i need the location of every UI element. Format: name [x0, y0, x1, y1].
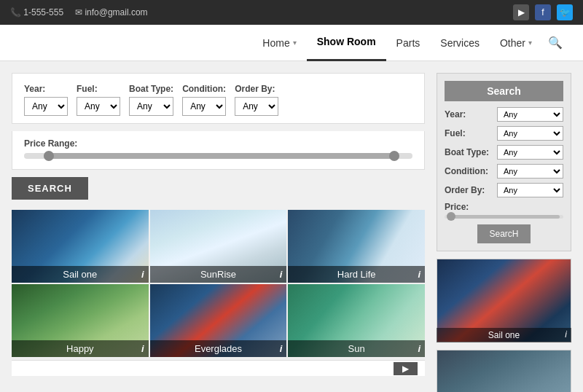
bottom-btn[interactable]: ▶	[394, 362, 418, 375]
social-icons: ▶ f 🐦	[513, 4, 573, 20]
condition-label: Condition:	[182, 84, 226, 94]
facebook-icon[interactable]: f	[535, 4, 551, 20]
fuel-label: Fuel:	[77, 84, 120, 94]
boat-info-icon-1: i	[280, 269, 283, 280]
sidebar-price-label: Price:	[445, 202, 563, 212]
condition-select[interactable]: Any	[182, 97, 226, 116]
sidebar-orderby-select[interactable]: Any	[497, 183, 563, 197]
boat-info-icon-3: i	[141, 343, 144, 354]
price-range-row: Price Range:	[12, 131, 425, 170]
boat-card-2[interactable]: Hard Life i	[288, 210, 425, 283]
nav-bar: Home ▾ Show Room Parts Services Other ▾ …	[0, 25, 583, 61]
top-bar-contact: 📞 1-555-555 ✉ info@gmail.com	[10, 7, 148, 17]
fuel-filter: Fuel: Any	[77, 84, 120, 116]
fuel-select[interactable]: Any	[77, 97, 120, 116]
nav-parts[interactable]: Parts	[386, 25, 431, 61]
boattype-select[interactable]: Any	[129, 97, 173, 116]
sidebar-boat-card-1[interactable]	[437, 350, 571, 392]
sidebar-condition-label: Condition:	[445, 166, 497, 176]
sidebar-search-button[interactable]: SearcH	[477, 224, 530, 243]
search-button[interactable]: SEARCH	[12, 177, 88, 200]
sidebar-fuel-label: Fuel:	[445, 128, 497, 138]
sidebar-boat-image-1	[437, 350, 571, 392]
left-content: Year: Any Fuel: Any Boat Type: Any	[12, 73, 425, 392]
orderby-label: Order By:	[235, 84, 278, 94]
top-bar: 📞 1-555-555 ✉ info@gmail.com ▶ f 🐦	[0, 0, 583, 25]
boat-label-2: Hard Life	[288, 266, 425, 283]
year-filter: Year: Any	[24, 84, 68, 116]
nav-search-icon[interactable]: 🔍	[542, 36, 568, 50]
boat-label-1: SunRise	[150, 266, 287, 283]
youtube-icon[interactable]: ▶	[513, 4, 529, 20]
sidebar-boattype-select[interactable]: Any	[497, 145, 563, 160]
orderby-filter: Order By: Any	[235, 84, 278, 116]
sidebar-price-handle[interactable]	[447, 212, 455, 221]
sidebar-fuel-select[interactable]: Any	[497, 126, 563, 141]
sidebar-search-box: Search Year: Any Fuel: Any Boat Type: An…	[437, 73, 571, 251]
boat-card-4[interactable]: Everglades i	[150, 284, 287, 357]
nav-services[interactable]: Services	[430, 25, 490, 61]
main-container: Year: Any Fuel: Any Boat Type: Any	[0, 61, 583, 392]
twitter-icon[interactable]: 🐦	[557, 4, 573, 20]
year-select[interactable]: Any	[24, 97, 68, 116]
price-slider-handle-right[interactable]	[389, 151, 399, 161]
nav-home[interactable]: Home ▾	[252, 25, 306, 61]
sidebar-boattype-label: Boat Type:	[445, 147, 497, 157]
nav-showroom[interactable]: Show Room	[307, 25, 386, 61]
boat-label-0: Sail one	[12, 266, 149, 283]
condition-filter: Condition: Any	[182, 84, 226, 116]
nav-other[interactable]: Other ▾	[490, 25, 542, 61]
boat-grid: Sail one i SunRise i Hard Life i Happy i	[12, 210, 425, 357]
year-label: Year:	[24, 84, 68, 94]
boat-info-icon-5: i	[418, 343, 420, 354]
right-sidebar: Search Year: Any Fuel: Any Boat Type: An…	[437, 73, 571, 392]
price-slider-fill	[44, 153, 394, 159]
boat-card-5[interactable]: Sun i	[288, 284, 425, 357]
boattype-filter: Boat Type: Any	[129, 84, 173, 116]
boat-card-1[interactable]: SunRise i	[150, 210, 287, 283]
sidebar-orderby-row: Order By: Any	[445, 183, 563, 197]
boat-info-icon-4: i	[280, 343, 283, 354]
boat-card-3[interactable]: Happy i	[12, 284, 149, 357]
sidebar-orderby-label: Order By:	[445, 185, 497, 195]
sidebar-price-slider	[445, 215, 563, 219]
sidebar-boat-info-0: i	[565, 329, 567, 340]
sidebar-year-row: Year: Any	[445, 107, 563, 122]
sidebar-fuel-row: Fuel: Any	[445, 126, 563, 141]
sidebar-price-fill	[448, 215, 560, 219]
phone-number: 📞 1-555-555	[10, 7, 63, 17]
filter-fields: Year: Any Fuel: Any Boat Type: Any	[24, 84, 412, 116]
boat-label-5: Sun	[288, 340, 425, 357]
sidebar-boat-label-0: Sail one	[437, 328, 571, 342]
email-address: ✉ info@gmail.com	[75, 7, 148, 17]
nav-items: Home ▾ Show Room Parts Services Other ▾ …	[252, 25, 568, 61]
sidebar-boattype-row: Boat Type: Any	[445, 145, 563, 160]
search-btn-row: SEARCH	[12, 177, 425, 200]
boat-label-4: Everglades	[150, 340, 287, 357]
boat-info-icon-2: i	[418, 269, 420, 280]
sidebar-boat-card-0[interactable]: Sail one i	[437, 259, 571, 342]
sidebar-year-select[interactable]: Any	[497, 107, 563, 122]
price-slider-handle-left[interactable]	[44, 151, 54, 161]
price-slider-track	[24, 153, 412, 159]
filter-row: Year: Any Fuel: Any Boat Type: Any	[12, 73, 425, 124]
boat-card-0[interactable]: Sail one i	[12, 210, 149, 283]
boat-info-icon-0: i	[141, 269, 144, 280]
orderby-select[interactable]: Any	[235, 97, 278, 116]
boattype-label: Boat Type:	[129, 84, 173, 94]
bottom-bar: ▶	[12, 360, 425, 376]
price-range-label: Price Range:	[24, 138, 412, 149]
sidebar-search-title: Search	[445, 81, 563, 101]
sidebar-condition-select[interactable]: Any	[497, 164, 563, 179]
boat-label-3: Happy	[12, 340, 149, 357]
sidebar-year-label: Year:	[445, 109, 497, 119]
sidebar-price-row: Price:	[445, 202, 563, 219]
sidebar-condition-row: Condition: Any	[445, 164, 563, 179]
